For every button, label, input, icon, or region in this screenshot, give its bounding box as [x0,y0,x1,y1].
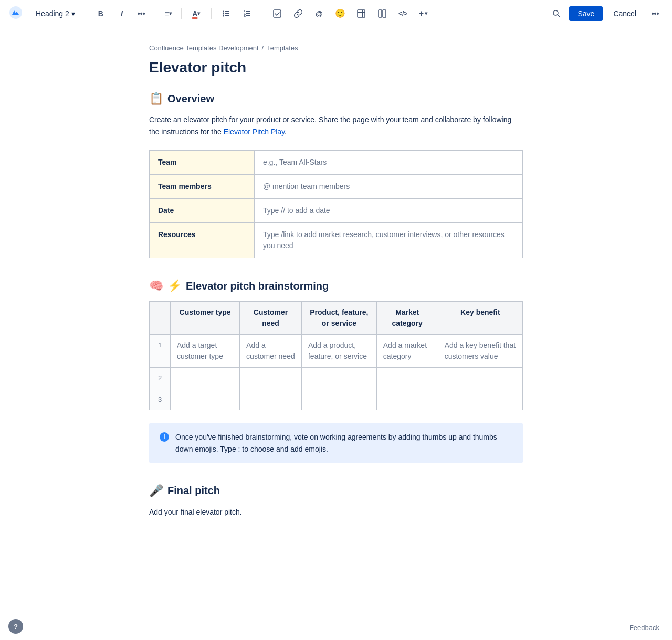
more-formatting-button[interactable]: ••• [134,5,149,22]
italic-button[interactable]: I [113,5,130,22]
table-row: Date Type // to add a date [150,199,523,223]
row-2-product[interactable] [301,368,376,389]
columns-icon [378,9,386,18]
cancel-button[interactable]: Cancel [607,6,643,21]
table-icon [357,9,365,18]
row-1-customer-need[interactable]: Add a customer need [240,335,302,368]
heading-selector[interactable]: Heading 2 ▾ [32,7,79,20]
insert-button[interactable]: + ▾ [416,5,430,22]
link-button[interactable] [290,5,307,22]
col-customer-type: Customer type [171,302,240,335]
row-num-1: 1 [150,335,171,368]
overview-label-team: Team [150,151,255,175]
final-pitch-placeholder[interactable]: Add your final elevator pitch. [149,506,523,518]
align-chevron-icon: ▾ [169,10,172,16]
code-button[interactable]: </> [395,5,412,22]
save-button[interactable]: Save [569,6,603,21]
svg-point-0 [223,10,224,12]
breadcrumb-current: Templates [267,44,298,52]
elevator-pitch-play-link[interactable]: Elevator Pitch Play [224,127,285,136]
insert-chevron-icon: ▾ [425,10,427,16]
overview-value-team[interactable]: e.g., Team All-Stars [255,151,523,175]
numbered-list-button[interactable]: 1. 2. 3. [239,5,256,22]
overview-emoji: 📋 [149,92,163,105]
text-color-icon: A [192,9,197,18]
final-pitch-heading: 🎤 Final pitch [149,484,523,498]
row-2-customer-need[interactable] [240,368,302,389]
bullet-list-icon [222,9,230,18]
row-3-product[interactable] [301,389,376,410]
info-box: i Once you've finished brainstorming, vo… [149,423,523,463]
search-button[interactable] [548,5,565,22]
page-title[interactable]: Elevator pitch [149,58,523,77]
overview-heading-text: Overview [167,93,214,105]
bullet-list-button[interactable] [218,5,235,22]
table-row: Team members @ mention team members [150,175,523,199]
overview-value-resources[interactable]: Type /link to add market research, custo… [255,223,523,258]
emoji-button[interactable]: 🙂 [332,5,349,22]
overview-label-resources: Resources [150,223,255,258]
toolbar-divider-5 [262,8,262,19]
text-color-chevron: ▾ [197,10,200,16]
help-button[interactable]: ? [8,619,23,634]
row-3-customer-type[interactable] [171,389,240,410]
toolbar-divider-2 [155,8,155,19]
numbered-list-icon: 1. 2. 3. [243,9,251,18]
table-row: 2 [150,368,523,389]
row-1-product[interactable]: Add a product, feature, or service [301,335,376,368]
overview-description: Create an elevator pitch for your produc… [149,114,523,137]
row-1-market-category[interactable]: Add a market category [376,335,438,368]
align-icon: ≡ [165,9,169,18]
row-2-market-category[interactable] [376,368,438,389]
svg-point-4 [223,15,224,16]
row-3-key-benefit[interactable] [438,389,522,410]
col-customer-need: Customer need [240,302,302,335]
bold-button[interactable]: B [92,5,109,22]
toolbar-divider-4 [211,8,212,19]
breadcrumb-parent-link[interactable]: Confluence Templates Development [149,44,259,52]
columns-button[interactable] [374,5,391,22]
row-1-customer-type[interactable]: Add a target customer type [171,335,240,368]
info-icon: i [160,432,169,442]
svg-rect-11 [246,15,250,16]
row-3-market-category[interactable] [376,389,438,410]
svg-rect-19 [383,10,386,17]
brainstorming-heading-text: Elevator pitch brainstorming [186,280,329,292]
row-num-2: 2 [150,368,171,389]
text-color-button[interactable]: A ▾ [188,5,205,22]
more-options-button[interactable]: ••• [647,5,664,22]
overview-value-members[interactable]: @ mention team members [255,175,523,199]
toolbar-divider-3 [181,8,182,19]
svg-rect-9 [246,13,250,14]
svg-line-21 [558,15,560,17]
svg-rect-1 [225,11,229,12]
row-2-key-benefit[interactable] [438,368,522,389]
final-pitch-section: 🎤 Final pitch Add your final elevator pi… [149,484,523,518]
toolbar-divider-1 [86,8,86,19]
task-icon [273,9,281,18]
row-num-3: 3 [150,389,171,410]
table-button[interactable] [353,5,370,22]
row-2-customer-type[interactable] [171,368,240,389]
brainstorming-table: Customer type Customer need Product, fea… [149,301,523,410]
heading-label: Heading 2 [36,9,69,18]
overview-desc-text2: . [285,127,287,136]
breadcrumb: Confluence Templates Development / Templ… [149,44,523,52]
link-icon [294,9,302,18]
row-3-customer-need[interactable] [240,389,302,410]
mention-button[interactable]: @ [311,5,328,22]
search-icon [552,9,561,18]
task-button[interactable] [269,5,286,22]
final-pitch-heading-text: Final pitch [167,485,220,497]
align-button[interactable]: ≡ ▾ [162,5,175,22]
overview-value-date[interactable]: Type // to add a date [255,199,523,223]
table-row: Team e.g., Team All-Stars [150,151,523,175]
feedback-link[interactable]: Feedback [629,624,659,632]
overview-label-members: Team members [150,175,255,199]
app-logo [8,5,27,22]
svg-rect-7 [246,11,250,12]
svg-rect-18 [379,10,382,17]
row-1-key-benefit[interactable]: Add a key benefit that customers value [438,335,522,368]
overview-label-date: Date [150,199,255,223]
overview-heading: 📋 Overview [149,92,523,105]
